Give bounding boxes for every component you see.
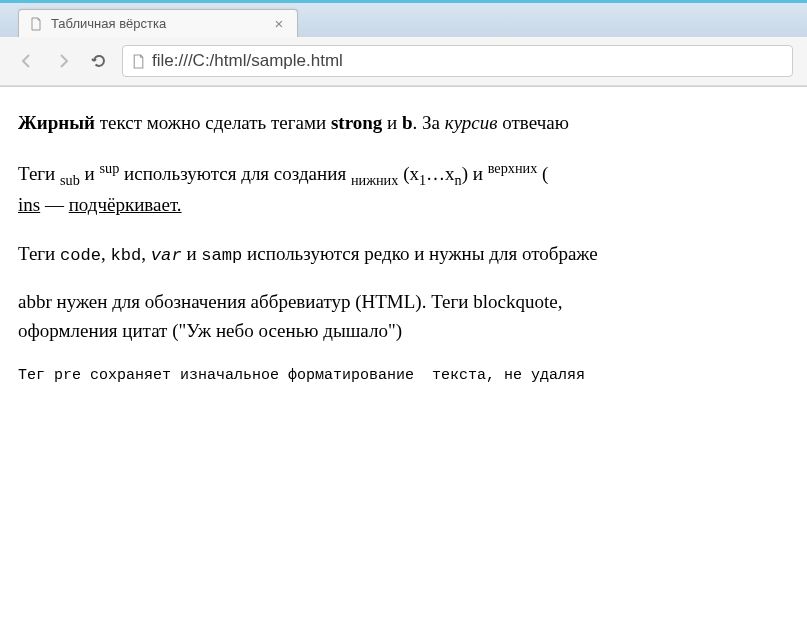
url-text: file:///C:/html/sample.html	[152, 51, 343, 71]
code-text: code	[60, 246, 101, 265]
paragraph-4: abbr нужен для обозначения аббревиатур (…	[18, 288, 789, 345]
browser-chrome: Табличная вёрстка × file:///C:/html/samp…	[0, 3, 807, 87]
italic-text: курсив	[445, 112, 498, 133]
underline-text: подчёркивает.	[69, 194, 182, 215]
page-content: Жирный текст можно сделать тегами strong…	[0, 87, 807, 410]
bold-text: b	[402, 112, 413, 133]
sub-text: sub	[60, 172, 80, 188]
paragraph-2: Теги sub и sup используются для создания…	[18, 158, 789, 220]
pre-text: Тег pre сохраняет изначальное форматиров…	[18, 365, 789, 388]
sub-text: нижних	[351, 172, 398, 188]
sup-text: sup	[100, 160, 120, 176]
browser-tab[interactable]: Табличная вёрстка ×	[18, 9, 298, 37]
tab-bar: Табличная вёрстка ×	[0, 3, 807, 37]
toolbar: file:///C:/html/sample.html	[0, 37, 807, 86]
var-text: var	[151, 246, 182, 265]
page-icon	[29, 17, 43, 31]
address-bar[interactable]: file:///C:/html/sample.html	[122, 45, 793, 77]
paragraph-1: Жирный текст можно сделать тегами strong…	[18, 109, 789, 138]
paragraph-3: Теги code, kbd, var и samp используются …	[18, 240, 789, 269]
forward-button[interactable]	[50, 48, 76, 74]
close-icon[interactable]: ×	[271, 15, 287, 32]
tab-title: Табличная вёрстка	[51, 16, 263, 31]
bold-text: strong	[331, 112, 382, 133]
code-text: samp	[201, 246, 242, 265]
underline-text: ins	[18, 194, 40, 215]
reload-button[interactable]	[86, 48, 112, 74]
code-text: kbd	[111, 246, 142, 265]
back-button[interactable]	[14, 48, 40, 74]
sub-text: n	[455, 172, 462, 188]
sup-text: верхних	[488, 160, 538, 176]
bold-text: Жирный	[18, 112, 95, 133]
file-icon	[131, 54, 146, 69]
sub-text: 1	[419, 172, 426, 188]
